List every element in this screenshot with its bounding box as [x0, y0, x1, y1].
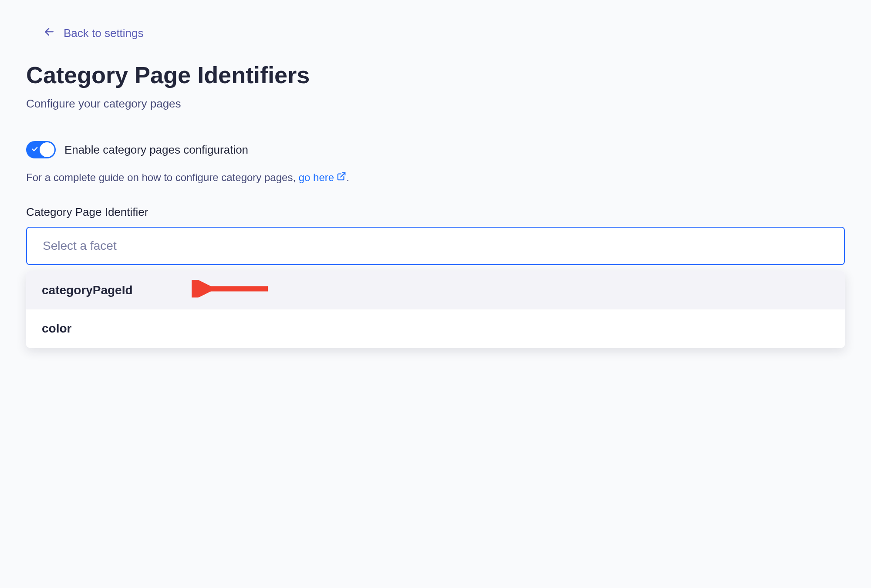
facet-field-label: Category Page Identifier: [26, 205, 845, 219]
svg-line-1: [341, 173, 345, 177]
annotation-arrow-icon: [192, 280, 270, 301]
toggle-knob: [40, 142, 54, 157]
enable-toggle-label: Enable category pages configuration: [64, 143, 248, 157]
page-title: Category Page Identifiers: [26, 61, 845, 88]
enable-toggle-row: Enable category pages configuration: [26, 141, 845, 158]
facet-option-label: categoryPageId: [42, 283, 133, 297]
enable-toggle[interactable]: [26, 141, 56, 158]
help-text-prefix: For a complete guide on how to configure…: [26, 171, 299, 183]
help-link-label: go here: [299, 171, 334, 184]
help-link[interactable]: go here: [299, 171, 346, 184]
page-subtitle: Configure your category pages: [26, 97, 845, 111]
facet-select-input[interactable]: [26, 227, 845, 265]
help-text: For a complete guide on how to configure…: [26, 171, 845, 184]
back-link-label: Back to settings: [64, 27, 144, 40]
external-link-icon: [337, 171, 346, 184]
help-text-suffix: .: [346, 171, 349, 183]
facet-dropdown: categoryPageId color: [26, 271, 845, 348]
check-icon: [31, 146, 38, 154]
facet-option-label: color: [42, 322, 71, 336]
back-to-settings-link[interactable]: Back to settings: [44, 26, 144, 40]
facet-input-wrap: [26, 227, 845, 265]
arrow-left-icon: [44, 26, 55, 40]
facet-option-color[interactable]: color: [26, 309, 845, 348]
facet-option-categoryPageId[interactable]: categoryPageId: [26, 271, 845, 309]
